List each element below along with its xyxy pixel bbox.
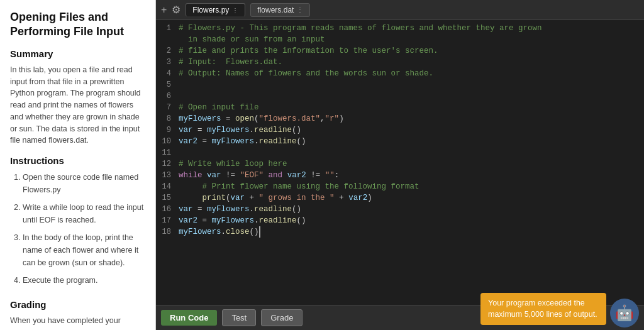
robot-circle: 🤖 — [610, 299, 639, 327]
robot-avatar: 🤖 — [610, 299, 639, 327]
code-line-7: 7 # Open input file — [156, 102, 644, 113]
gear-icon[interactable]: ⚙ — [172, 4, 180, 16]
code-line-4: 4 # Output: Names of flowers and the wor… — [156, 68, 644, 79]
editor-toolbar: + ⚙ Flowers.py ⋮ flowers.dat ⋮ — [156, 0, 644, 20]
tab-flowers-dat-menu[interactable]: ⋮ — [297, 6, 303, 13]
instruction-item-4: Execute the program. — [23, 274, 145, 287]
tab-flowers-dat-label: flowers.dat — [257, 6, 294, 14]
tab-flowers-py-label: Flowers.py — [192, 6, 229, 14]
editor-panel: + ⚙ Flowers.py ⋮ flowers.dat ⋮ 1 # Flowe… — [156, 0, 644, 330]
code-line-1: 1 # Flowers.py - This program reads name… — [156, 23, 644, 34]
test-button[interactable]: Test — [222, 309, 256, 326]
code-line-8: 8 myFlowers = open("flowers.dat","r") — [156, 113, 644, 124]
grading-heading: Grading — [10, 299, 145, 310]
code-line-5: 5 — [156, 79, 644, 91]
instructions-heading: Instructions — [10, 155, 145, 166]
code-line-2: 2 # file and prints the information to t… — [156, 45, 644, 57]
instruction-item-1: Open the source code file named Flowers.… — [23, 171, 145, 196]
code-line-10: 10 var2 = myFlowers.readline() — [156, 136, 644, 147]
warning-text: Your program exceeded the maximum 5,000 … — [488, 299, 597, 319]
code-line-17: 17 var2 = myFlowers.readline() — [156, 215, 644, 226]
instruction-item-2: Write a while loop to read the input unt… — [23, 201, 145, 226]
instructions-list: Open the source code file named Flowers.… — [10, 171, 145, 287]
summary-text: In this lab, you open a file and read in… — [10, 64, 145, 146]
warning-tooltip: Your program exceeded the maximum 5,000 … — [480, 293, 606, 325]
code-line-14: 14 # Print flower name using the followi… — [156, 181, 644, 192]
code-line-9: 9 var = myFlowers.readline() — [156, 124, 644, 136]
code-line-1b: in shade or sun from an input — [156, 34, 644, 45]
code-line-16: 16 var = myFlowers.readline() — [156, 204, 644, 215]
summary-heading: Summary — [10, 48, 145, 59]
code-line-15: 15 print(var + " grows in the " + var2) — [156, 192, 644, 204]
code-editor[interactable]: 1 # Flowers.py - This program reads name… — [156, 20, 644, 305]
grade-button[interactable]: Grade — [261, 309, 303, 326]
run-code-button[interactable]: Run Code — [161, 310, 217, 326]
code-line-3: 3 # Input: Flowers.dat. — [156, 57, 644, 68]
tab-flowers-dat[interactable]: flowers.dat ⋮ — [250, 3, 310, 17]
bottom-bar: Run Code Test Grade Your program exceede… — [156, 305, 644, 330]
plus-icon[interactable]: + — [161, 4, 167, 16]
code-line-6: 6 — [156, 91, 644, 102]
left-panel: Opening Files and Performing File Input … — [0, 0, 156, 330]
code-line-11: 11 — [156, 147, 644, 158]
page-title: Opening Files and Performing File Input — [10, 10, 145, 40]
code-line-13: 13 while var != "EOF" and var2 != "": — [156, 170, 644, 181]
code-line-18: 18 myFlowers.close() — [156, 226, 644, 238]
tab-flowers-py-menu[interactable]: ⋮ — [232, 7, 238, 14]
instruction-item-3: In the body of the loop, print the name … — [23, 231, 145, 269]
grading-text: When you have completed your — [10, 315, 145, 327]
code-line-12: 12 # Write while loop here — [156, 158, 644, 170]
tab-flowers-py[interactable]: Flowers.py ⋮ — [186, 3, 245, 16]
